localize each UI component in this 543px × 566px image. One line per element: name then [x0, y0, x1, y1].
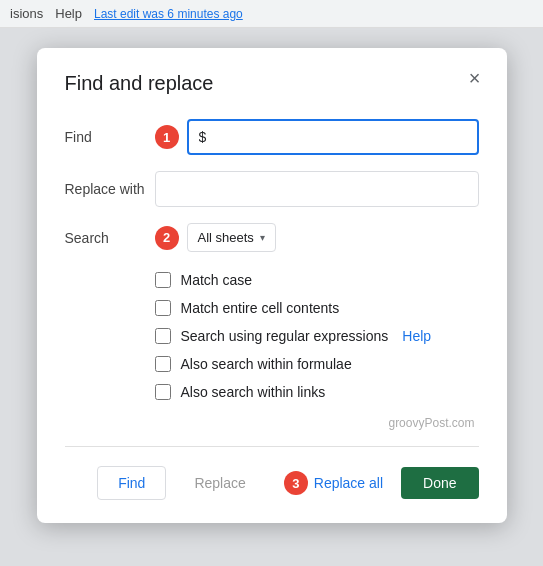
dialog-footer: Find Replace 3 Replace all Done [65, 446, 479, 503]
links-row: Also search within links [155, 384, 479, 400]
step2-badge: 2 [155, 226, 179, 250]
top-bar: isions Help Last edit was 6 minutes ago [0, 0, 543, 28]
replace-with-label: Replace with [65, 181, 155, 197]
replace-all-button[interactable]: 3 Replace all [274, 463, 393, 503]
regex-row: Search using regular expressions Help [155, 328, 479, 344]
match-entire-checkbox[interactable] [155, 300, 171, 316]
formulae-row: Also search within formulae [155, 356, 479, 372]
last-edit-link[interactable]: Last edit was 6 minutes ago [94, 7, 243, 21]
match-case-row: Match case [155, 272, 479, 288]
close-button[interactable]: × [461, 64, 489, 92]
dialog-title: Find and replace [65, 72, 479, 95]
formulae-label: Also search within formulae [181, 356, 352, 372]
done-button[interactable]: Done [401, 467, 478, 499]
step1-badge: 1 [155, 125, 179, 149]
close-icon: × [469, 67, 481, 90]
regex-label: Search using regular expressions [181, 328, 389, 344]
match-entire-row: Match entire cell contents [155, 300, 479, 316]
links-label: Also search within links [181, 384, 326, 400]
regex-checkbox[interactable] [155, 328, 171, 344]
match-case-checkbox[interactable] [155, 272, 171, 288]
chevron-down-icon: ▾ [260, 232, 265, 243]
replace-with-input[interactable] [155, 171, 479, 207]
match-entire-label: Match entire cell contents [181, 300, 340, 316]
menu-sessions[interactable]: isions [10, 6, 43, 21]
match-case-label: Match case [181, 272, 253, 288]
all-sheets-dropdown[interactable]: All sheets ▾ [187, 223, 276, 252]
search-label: Search [65, 230, 155, 246]
watermark: groovyPost.com [65, 416, 479, 430]
replace-all-label: Replace all [314, 475, 383, 491]
find-row: Find 1 [65, 119, 479, 155]
search-row: Search 2 All sheets ▾ [65, 223, 479, 252]
replace-button: Replace [174, 467, 265, 499]
regex-help-link[interactable]: Help [402, 328, 431, 344]
formulae-checkbox[interactable] [155, 356, 171, 372]
step3-badge: 3 [284, 471, 308, 495]
menu-help[interactable]: Help [55, 6, 82, 21]
find-replace-dialog: Find and replace × Find 1 Replace with S… [37, 48, 507, 523]
checkboxes-section: Match case Match entire cell contents Se… [155, 272, 479, 400]
dropdown-label: All sheets [198, 230, 254, 245]
find-input[interactable] [187, 119, 479, 155]
replace-with-row: Replace with [65, 171, 479, 207]
find-button[interactable]: Find [97, 466, 166, 500]
links-checkbox[interactable] [155, 384, 171, 400]
dialog-overlay: Find and replace × Find 1 Replace with S… [0, 28, 543, 566]
find-label: Find [65, 129, 155, 145]
